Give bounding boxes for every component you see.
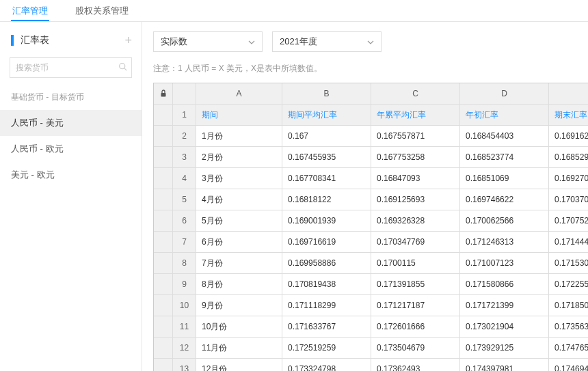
cell-year-start[interactable]: 0.16851069 bbox=[460, 168, 549, 189]
cell-cum-avg[interactable]: 0.1700115 bbox=[371, 253, 460, 273]
col-letter-D[interactable]: D bbox=[460, 83, 549, 104]
cell-period-avg[interactable]: 0.173324798 bbox=[282, 359, 371, 371]
row-index: 1 bbox=[173, 105, 196, 125]
cell-year-start[interactable]: 0.169746622 bbox=[460, 189, 549, 210]
cell-period[interactable]: 11月份 bbox=[196, 338, 282, 358]
table-row: 87月份0.1699588860.17001150.1710071230.171… bbox=[154, 253, 588, 274]
select-year[interactable]: 2021年度 bbox=[272, 31, 382, 52]
cell-period-avg[interactable]: 0.16818122 bbox=[282, 189, 371, 210]
select-value-type[interactable]: 实际数 bbox=[153, 31, 263, 52]
cell-period-end[interactable]: 0.169162272 bbox=[549, 126, 588, 146]
group-label: 基础货币 - 目标货币 bbox=[0, 87, 142, 110]
cell-cum-avg[interactable]: 0.169326328 bbox=[371, 210, 460, 231]
cell-period[interactable]: 8月份 bbox=[196, 274, 282, 294]
accent-bar bbox=[11, 35, 14, 46]
header-period-end[interactable]: 期末汇率 bbox=[549, 105, 588, 125]
cell-period[interactable]: 9月份 bbox=[196, 295, 282, 316]
cell-period[interactable]: 10月份 bbox=[196, 316, 282, 337]
cell-period-end[interactable]: 0.174694869 bbox=[549, 359, 588, 371]
cell-period-avg[interactable]: 0.169001939 bbox=[282, 210, 371, 231]
cell-cum-avg[interactable]: 0.172601666 bbox=[371, 316, 460, 337]
header-cum-avg[interactable]: 年累平均汇率 bbox=[371, 105, 460, 125]
cell-period[interactable]: 7月份 bbox=[196, 253, 282, 273]
cell-period-end[interactable]: 0.174765459 bbox=[549, 338, 588, 358]
col-letter-A[interactable]: A bbox=[196, 83, 282, 104]
search-icon[interactable] bbox=[118, 62, 127, 73]
cell-period-avg[interactable]: 0.172519259 bbox=[282, 338, 371, 358]
cell-period-end[interactable]: 0.171444219 bbox=[549, 232, 588, 252]
cell-cum-avg[interactable]: 0.16847093 bbox=[371, 168, 460, 189]
sidebar-item-usd-eur[interactable]: 美元 - 欧元 bbox=[0, 162, 142, 188]
col-letter-E[interactable]: E bbox=[549, 83, 588, 104]
tab-equity-relation[interactable]: 股权关系管理 bbox=[74, 0, 130, 21]
cell-year-start[interactable]: 0.171721399 bbox=[460, 295, 549, 316]
cell-period-avg[interactable]: 0.169958886 bbox=[282, 253, 371, 273]
cell-year-start[interactable]: 0.171007123 bbox=[460, 253, 549, 273]
header-period-avg[interactable]: 期间平均汇率 bbox=[282, 105, 371, 125]
col-letter-C[interactable]: C bbox=[371, 83, 460, 104]
cell-year-start[interactable]: 0.168454403 bbox=[460, 126, 549, 146]
cell-period-avg[interactable]: 0.171118299 bbox=[282, 295, 371, 316]
cell-period-avg[interactable]: 0.167 bbox=[282, 126, 371, 146]
search-box[interactable] bbox=[10, 57, 132, 78]
cell-year-start[interactable]: 0.174397981 bbox=[460, 359, 549, 371]
cell-year-start[interactable]: 0.173021904 bbox=[460, 316, 549, 337]
row-index: 11 bbox=[173, 316, 196, 337]
sidebar-item-rmb-usd[interactable]: 人民币 - 美元 bbox=[0, 110, 142, 136]
cell-period-avg[interactable]: 0.167455935 bbox=[282, 147, 371, 167]
cell-period[interactable]: 1月份 bbox=[196, 126, 282, 146]
cell-period-end[interactable]: 0.171850842 bbox=[549, 295, 588, 316]
cell-period[interactable]: 6月份 bbox=[196, 232, 282, 252]
cell-cum-avg[interactable]: 0.169125693 bbox=[371, 189, 460, 210]
cell-period-end[interactable]: 0.170370258 bbox=[549, 189, 588, 210]
chevron-down-icon bbox=[367, 38, 374, 46]
sidebar-item-rmb-eur[interactable]: 人民币 - 欧元 bbox=[0, 136, 142, 162]
cell-year-start[interactable]: 0.173929125 bbox=[460, 338, 549, 358]
row-index: 9 bbox=[173, 274, 196, 294]
cell-period-avg[interactable]: 0.169716619 bbox=[282, 232, 371, 252]
cell-year-start[interactable]: 0.168523774 bbox=[460, 147, 549, 167]
cell-cum-avg[interactable]: 0.173504679 bbox=[371, 338, 460, 358]
row-index: 10 bbox=[173, 295, 196, 316]
cell-period[interactable]: 12月份 bbox=[196, 359, 282, 371]
svg-point-0 bbox=[120, 64, 125, 69]
chevron-down-icon bbox=[248, 38, 255, 46]
cell-period[interactable]: 4月份 bbox=[196, 189, 282, 210]
header-year-start[interactable]: 年初汇率 bbox=[460, 105, 549, 125]
sidebar: 汇率表 + 基础货币 - 目标货币 人民币 - 美元 人民币 - 欧元 美元 -… bbox=[0, 22, 142, 371]
cell-year-start[interactable]: 0.170062566 bbox=[460, 210, 549, 231]
cell-period-end[interactable]: 0.169270552 bbox=[549, 168, 588, 189]
grid-col-letters: A B C D E bbox=[154, 83, 588, 105]
main-content: 实际数 2021年度 注意：1 人民币 = X 美元，X是表中所填数值。 bbox=[142, 22, 588, 371]
header-period[interactable]: 期间 bbox=[196, 105, 282, 125]
cell-period-end[interactable]: 0.170752164 bbox=[549, 210, 588, 231]
cell-period-end[interactable]: 0.168529629 bbox=[549, 147, 588, 167]
cell-cum-avg[interactable]: 0.167557871 bbox=[371, 126, 460, 146]
cell-period-avg[interactable]: 0.171633767 bbox=[282, 316, 371, 337]
cell-cum-avg[interactable]: 0.171391855 bbox=[371, 274, 460, 294]
col-letter-B[interactable]: B bbox=[282, 83, 371, 104]
cell-period-end[interactable]: 0.173563047 bbox=[549, 316, 588, 337]
cell-period-avg[interactable]: 0.170819438 bbox=[282, 274, 371, 294]
tab-exchange-rate[interactable]: 汇率管理 bbox=[11, 0, 49, 21]
plus-icon[interactable]: + bbox=[124, 34, 132, 46]
cell-cum-avg[interactable]: 0.17362493 bbox=[371, 359, 460, 371]
cell-period[interactable]: 2月份 bbox=[196, 147, 282, 167]
row-index: 3 bbox=[173, 147, 196, 167]
table-row: 32月份0.1674559350.1677532580.1685237740.1… bbox=[154, 147, 588, 168]
cell-cum-avg[interactable]: 0.167753258 bbox=[371, 147, 460, 167]
lock-column-header bbox=[154, 83, 173, 104]
row-index: 6 bbox=[173, 210, 196, 231]
cell-year-start[interactable]: 0.171246313 bbox=[460, 232, 549, 252]
cell-period[interactable]: 3月份 bbox=[196, 168, 282, 189]
cell-cum-avg[interactable]: 0.171217187 bbox=[371, 295, 460, 316]
cell-period-end[interactable]: 0.172255648 bbox=[549, 274, 588, 294]
cell-period-avg[interactable]: 0.167708341 bbox=[282, 168, 371, 189]
cell-period[interactable]: 5月份 bbox=[196, 210, 282, 231]
section-title-text: 汇率表 bbox=[21, 34, 49, 46]
row-index: 2 bbox=[173, 126, 196, 146]
cell-period-end[interactable]: 0.171530856 bbox=[549, 253, 588, 273]
cell-year-start[interactable]: 0.171580866 bbox=[460, 274, 549, 294]
search-input[interactable] bbox=[16, 63, 118, 72]
cell-cum-avg[interactable]: 0.170347769 bbox=[371, 232, 460, 252]
